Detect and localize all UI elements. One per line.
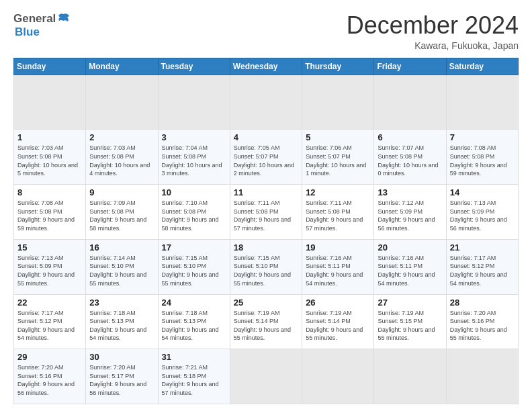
calendar-week-row (14, 75, 519, 130)
day-info: Sunrise: 7:16 AMSunset: 5:11 PMDaylight:… (306, 254, 370, 287)
day-number: 28 (450, 298, 515, 308)
calendar-day-cell: 18Sunrise: 7:15 AMSunset: 5:10 PMDayligh… (230, 239, 302, 294)
day-number: 26 (306, 298, 370, 308)
day-info: Sunrise: 7:20 AMSunset: 5:16 PMDaylight:… (17, 363, 82, 397)
calendar-day-cell (446, 349, 518, 404)
calendar-day-cell (230, 75, 302, 130)
calendar-day-cell (86, 75, 158, 130)
day-number: 20 (378, 242, 442, 253)
day-number: 23 (89, 298, 154, 308)
calendar-week-row: 1Sunrise: 7:03 AMSunset: 5:08 PMDaylight… (14, 130, 519, 185)
day-info: Sunrise: 7:20 AMSunset: 5:16 PMDaylight:… (450, 309, 515, 342)
day-number: 13 (378, 187, 442, 197)
day-number: 19 (306, 242, 370, 253)
day-info: Sunrise: 7:07 AMSunset: 5:08 PMDaylight:… (378, 144, 442, 177)
calendar-day-cell: 11Sunrise: 7:11 AMSunset: 5:08 PMDayligh… (230, 185, 302, 240)
day-of-week-header: Thursday (302, 58, 374, 75)
calendar-header-row: SundayMondayTuesdayWednesdayThursdayFrid… (14, 58, 519, 75)
day-number: 12 (306, 187, 370, 197)
day-info: Sunrise: 7:12 AMSunset: 5:09 PMDaylight:… (378, 199, 442, 232)
day-info: Sunrise: 7:11 AMSunset: 5:08 PMDaylight:… (234, 199, 298, 232)
calendar-day-cell: 19Sunrise: 7:16 AMSunset: 5:11 PMDayligh… (302, 239, 374, 294)
day-number: 8 (17, 187, 82, 197)
logo-blue-text: Blue (15, 26, 40, 38)
day-info: Sunrise: 7:13 AMSunset: 5:09 PMDaylight:… (450, 199, 515, 232)
day-number: 16 (89, 242, 154, 253)
day-info: Sunrise: 7:17 AMSunset: 5:12 PMDaylight:… (17, 309, 82, 342)
calendar-day-cell: 25Sunrise: 7:19 AMSunset: 5:14 PMDayligh… (230, 294, 302, 349)
day-info: Sunrise: 7:09 AMSunset: 5:08 PMDaylight:… (89, 199, 154, 232)
day-number: 4 (234, 132, 298, 142)
header: General Blue December 2024 Kawara, Fukuo… (13, 12, 519, 51)
calendar-day-cell: 16Sunrise: 7:14 AMSunset: 5:10 PMDayligh… (86, 239, 158, 294)
day-info: Sunrise: 7:18 AMSunset: 5:13 PMDaylight:… (162, 309, 226, 342)
calendar-day-cell: 4Sunrise: 7:05 AMSunset: 5:07 PMDaylight… (230, 130, 302, 185)
calendar-day-cell: 30Sunrise: 7:20 AMSunset: 5:17 PMDayligh… (86, 349, 158, 404)
calendar-day-cell: 17Sunrise: 7:15 AMSunset: 5:10 PMDayligh… (158, 239, 230, 294)
day-of-week-header: Monday (86, 58, 158, 75)
calendar-day-cell: 28Sunrise: 7:20 AMSunset: 5:16 PMDayligh… (446, 294, 518, 349)
day-number: 17 (162, 242, 226, 253)
calendar-table: SundayMondayTuesdayWednesdayThursdayFrid… (13, 58, 519, 404)
calendar-day-cell: 2Sunrise: 7:03 AMSunset: 5:08 PMDaylight… (86, 130, 158, 185)
calendar-day-cell (374, 349, 446, 404)
calendar-day-cell: 10Sunrise: 7:10 AMSunset: 5:08 PMDayligh… (158, 185, 230, 240)
calendar-day-cell (230, 349, 302, 404)
title-section: December 2024 Kawara, Fukuoka, Japan (347, 12, 519, 51)
day-info: Sunrise: 7:11 AMSunset: 5:08 PMDaylight:… (306, 199, 370, 232)
day-info: Sunrise: 7:06 AMSunset: 5:07 PMDaylight:… (306, 144, 370, 177)
day-info: Sunrise: 7:16 AMSunset: 5:11 PMDaylight:… (378, 254, 442, 287)
calendar-week-row: 29Sunrise: 7:20 AMSunset: 5:16 PMDayligh… (14, 349, 519, 404)
day-of-week-header: Saturday (446, 58, 518, 75)
calendar-day-cell: 12Sunrise: 7:11 AMSunset: 5:08 PMDayligh… (302, 185, 374, 240)
calendar-day-cell: 6Sunrise: 7:07 AMSunset: 5:08 PMDaylight… (374, 130, 446, 185)
calendar-day-cell (374, 75, 446, 130)
calendar-day-cell: 5Sunrise: 7:06 AMSunset: 5:07 PMDaylight… (302, 130, 374, 185)
logo: General Blue (13, 12, 71, 39)
day-number: 18 (234, 242, 298, 253)
calendar-day-cell: 21Sunrise: 7:17 AMSunset: 5:12 PMDayligh… (446, 239, 518, 294)
calendar-day-cell (14, 75, 86, 130)
day-number: 24 (162, 298, 226, 308)
day-info: Sunrise: 7:19 AMSunset: 5:14 PMDaylight:… (234, 309, 298, 342)
calendar-week-row: 22Sunrise: 7:17 AMSunset: 5:12 PMDayligh… (14, 294, 519, 349)
logo-name: General (13, 12, 71, 26)
day-of-week-header: Wednesday (230, 58, 302, 75)
day-number: 14 (450, 187, 515, 197)
month-title: December 2024 (347, 12, 519, 39)
day-number: 30 (89, 352, 154, 362)
calendar-day-cell: 22Sunrise: 7:17 AMSunset: 5:12 PMDayligh… (14, 294, 86, 349)
day-info: Sunrise: 7:14 AMSunset: 5:10 PMDaylight:… (89, 254, 154, 287)
day-of-week-header: Friday (374, 58, 446, 75)
day-info: Sunrise: 7:19 AMSunset: 5:14 PMDaylight:… (306, 309, 370, 342)
day-info: Sunrise: 7:04 AMSunset: 5:08 PMDaylight:… (162, 144, 226, 177)
calendar-day-cell: 9Sunrise: 7:09 AMSunset: 5:08 PMDaylight… (86, 185, 158, 240)
calendar-day-cell: 13Sunrise: 7:12 AMSunset: 5:09 PMDayligh… (374, 185, 446, 240)
location: Kawara, Fukuoka, Japan (347, 40, 519, 51)
day-number: 9 (89, 187, 154, 197)
day-number: 29 (17, 352, 82, 362)
calendar-day-cell: 29Sunrise: 7:20 AMSunset: 5:16 PMDayligh… (14, 349, 86, 404)
day-number: 10 (162, 187, 226, 197)
day-info: Sunrise: 7:03 AMSunset: 5:08 PMDaylight:… (89, 144, 154, 177)
day-info: Sunrise: 7:03 AMSunset: 5:08 PMDaylight:… (17, 144, 82, 177)
calendar-day-cell: 3Sunrise: 7:04 AMSunset: 5:08 PMDaylight… (158, 130, 230, 185)
calendar-day-cell: 20Sunrise: 7:16 AMSunset: 5:11 PMDayligh… (374, 239, 446, 294)
day-of-week-header: Tuesday (158, 58, 230, 75)
day-info: Sunrise: 7:13 AMSunset: 5:09 PMDaylight:… (17, 254, 82, 287)
day-number: 11 (234, 187, 298, 197)
day-info: Sunrise: 7:21 AMSunset: 5:18 PMDaylight:… (162, 363, 226, 397)
day-info: Sunrise: 7:17 AMSunset: 5:12 PMDaylight:… (450, 254, 515, 287)
calendar-day-cell: 23Sunrise: 7:18 AMSunset: 5:13 PMDayligh… (86, 294, 158, 349)
day-number: 1 (17, 132, 82, 142)
day-number: 2 (89, 132, 154, 142)
calendar-day-cell (158, 75, 230, 130)
day-info: Sunrise: 7:20 AMSunset: 5:17 PMDaylight:… (89, 363, 154, 397)
calendar-day-cell: 31Sunrise: 7:21 AMSunset: 5:18 PMDayligh… (158, 349, 230, 404)
day-number: 25 (234, 298, 298, 308)
day-number: 31 (162, 352, 226, 362)
calendar-day-cell (302, 75, 374, 130)
day-number: 6 (378, 132, 442, 142)
day-info: Sunrise: 7:15 AMSunset: 5:10 PMDaylight:… (162, 254, 226, 287)
logo-general-text: General (13, 12, 56, 26)
